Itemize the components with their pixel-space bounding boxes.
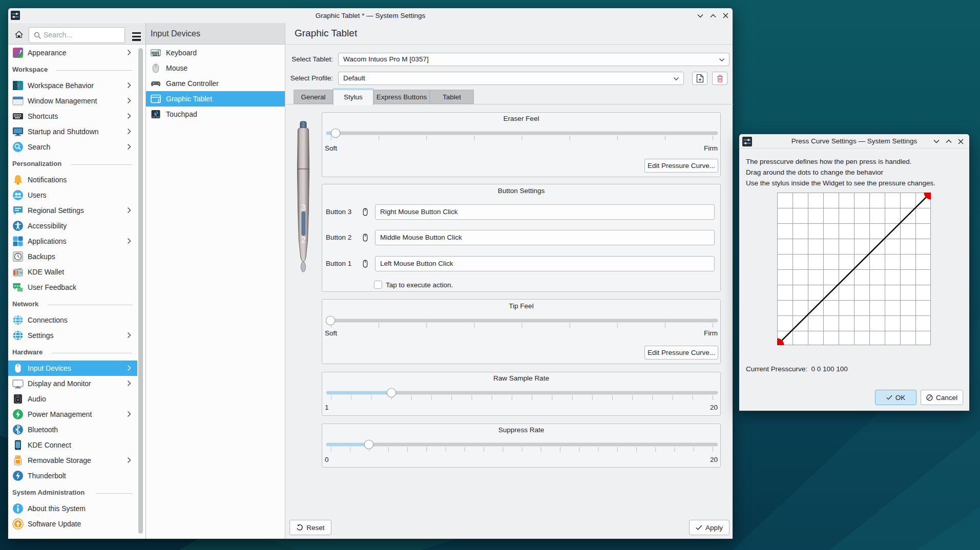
svg-text:★★★: ★★★	[14, 284, 21, 287]
svg-text:2: 2	[301, 235, 306, 245]
svg-text:3: 3	[301, 203, 306, 213]
